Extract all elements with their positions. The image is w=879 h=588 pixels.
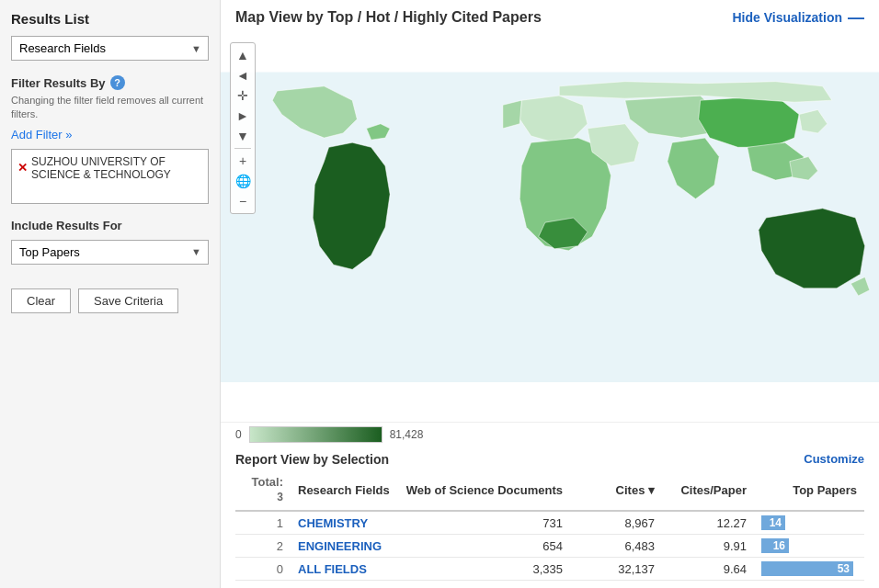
col-header-field: Research Fields <box>291 470 399 511</box>
save-criteria-button[interactable]: Save Criteria <box>78 288 178 313</box>
action-buttons: Clear Save Criteria <box>11 288 209 313</box>
filter-tag: ✕ SUZHOU UNIVERSITY OF SCIENCE & TECHNOL… <box>17 155 202 181</box>
table-row: 0 ALL FIELDS 3,335 32,137 9.64 53 <box>235 558 864 581</box>
bar-label: 14 <box>770 516 782 529</box>
map-controls: ▲ ◄ ✛ ► ▼ + 🌐 − <box>230 42 256 214</box>
table-row: 1 CHEMISTRY 731 8,967 12.27 14 <box>235 511 864 535</box>
gradient-max-label: 81,428 <box>390 428 424 441</box>
col-header-docs: Web of Science Documents <box>399 470 570 511</box>
row-cites: 32,137 <box>570 558 662 581</box>
field-link[interactable]: CHEMISTRY <box>298 516 368 530</box>
map-pan-left-button[interactable]: ◄ <box>233 65 253 85</box>
col-header-total: Total: 3 <box>235 470 291 511</box>
report-title: Report View by Selection <box>235 452 389 467</box>
filter-tag-label: SUZHOU UNIVERSITY OF SCIENCE & TECHNOLOG… <box>31 155 202 181</box>
clear-button[interactable]: Clear <box>11 288 71 313</box>
filter-note: Changing the filter field removes all cu… <box>11 94 209 122</box>
col-header-top-papers: Top Papers <box>754 470 864 511</box>
hide-visualization-button[interactable]: Hide Visualization — <box>732 9 864 26</box>
filter-help-icon[interactable]: ? <box>110 75 125 90</box>
row-field: ALL FIELDS <box>291 558 399 581</box>
map-header: Map View by Top / Hot / Highly Cited Pap… <box>221 0 879 33</box>
map-globe-button[interactable]: 🌐 <box>233 171 253 191</box>
col-header-cites: Cites ▾ <box>570 470 662 511</box>
row-cites: 6,483 <box>570 535 662 558</box>
row-cites-per-paper: 9.91 <box>662 535 754 558</box>
results-list-dropdown[interactable]: Research Fields Authors Countries/Territ… <box>11 36 209 61</box>
row-field: CHEMISTRY <box>291 511 399 535</box>
row-cites-per-paper: 12.27 <box>662 511 754 535</box>
row-rank: 0 <box>235 558 291 581</box>
customize-link[interactable]: Customize <box>804 452 864 466</box>
table-row: 2 ENGINEERING 654 6,483 9.91 16 <box>235 535 864 558</box>
sidebar-title: Results List <box>11 11 209 27</box>
filter-tag-remove[interactable]: ✕ <box>17 161 28 175</box>
filter-label: Filter Results By ? <box>11 75 209 90</box>
data-table: Total: 3 Research Fields Web of Science … <box>235 470 864 581</box>
row-cites-per-paper: 9.64 <box>662 558 754 581</box>
map-pan-center-button[interactable]: ✛ <box>233 85 253 106</box>
table-area: Report View by Selection Customize Total… <box>221 447 879 588</box>
bar-fill: 14 <box>761 515 785 530</box>
field-link[interactable]: ENGINEERING <box>298 539 382 553</box>
bar-label: 53 <box>838 562 850 575</box>
row-top-papers-bar: 53 <box>754 558 864 581</box>
bar-label: 16 <box>773 539 785 552</box>
bar-fill: 53 <box>761 561 853 576</box>
filter-tags-box: ✕ SUZHOU UNIVERSITY OF SCIENCE & TECHNOL… <box>11 149 209 204</box>
gradient-min-label: 0 <box>235 428 242 441</box>
row-rank: 2 <box>235 535 291 558</box>
report-header: Report View by Selection Customize <box>235 447 864 470</box>
row-top-papers-bar: 14 <box>754 511 864 535</box>
row-rank: 1 <box>235 511 291 535</box>
field-link[interactable]: ALL FIELDS <box>298 562 367 576</box>
gradient-bar <box>249 426 382 443</box>
table-header-row: Total: 3 Research Fields Web of Science … <box>235 470 864 511</box>
col-header-cites-per-paper: Cites/Paper <box>662 470 754 511</box>
bar-fill: 16 <box>761 538 789 553</box>
include-dropdown[interactable]: Top Papers Hot Papers Highly Cited Paper… <box>11 240 209 265</box>
row-docs: 654 <box>399 535 570 558</box>
sidebar: Results List Research Fields Authors Cou… <box>0 0 221 588</box>
table-body: 1 CHEMISTRY 731 8,967 12.27 14 2 ENGINEE… <box>235 511 864 581</box>
map-container: ▲ ◄ ✛ ► ▼ + 🌐 − <box>221 33 879 423</box>
map-title: Map View by Top / Hot / Highly Cited Pap… <box>235 9 542 26</box>
map-pan-up-button[interactable]: ▲ <box>233 45 253 65</box>
row-field: ENGINEERING <box>291 535 399 558</box>
map-pan-right-button[interactable]: ► <box>233 106 253 126</box>
include-dropdown-wrapper: Top Papers Hot Papers Highly Cited Paper… <box>11 240 209 265</box>
row-docs: 3,335 <box>399 558 570 581</box>
hide-viz-dash-icon: — <box>848 9 864 26</box>
map-pan-down-button[interactable]: ▼ <box>233 126 253 146</box>
map-svg <box>221 33 879 422</box>
row-top-papers-bar: 16 <box>754 535 864 558</box>
map-zoom-out-button[interactable]: − <box>233 191 253 211</box>
map-separator <box>234 148 251 149</box>
include-label: Include Results For <box>11 219 209 232</box>
map-zoom-in-button[interactable]: + <box>233 151 253 171</box>
results-list-dropdown-wrapper: Research Fields Authors Countries/Territ… <box>11 36 209 61</box>
row-docs: 731 <box>399 511 570 535</box>
gradient-bar-row: 0 81,428 <box>221 423 879 447</box>
add-filter-link[interactable]: Add Filter » <box>11 128 209 141</box>
row-cites: 8,967 <box>570 511 662 535</box>
main-content: Map View by Top / Hot / Highly Cited Pap… <box>221 0 879 588</box>
